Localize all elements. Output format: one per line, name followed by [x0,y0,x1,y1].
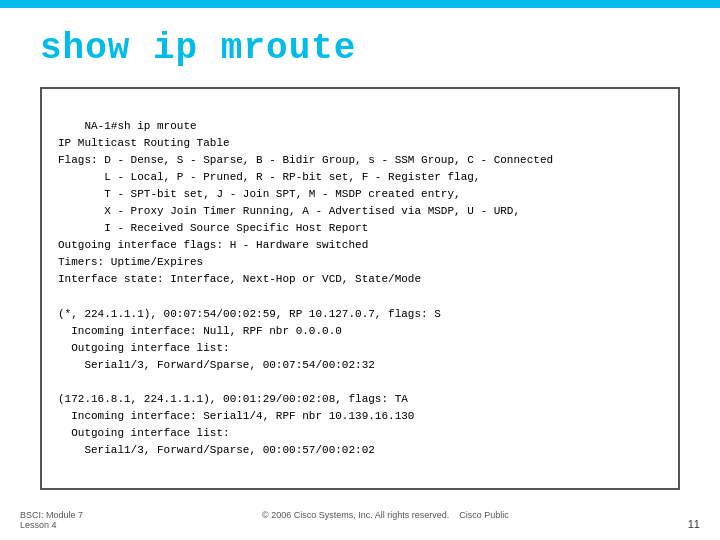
slide-title: show ip mroute [40,28,680,69]
copyright: © 2006 Cisco Systems, Inc. All rights re… [262,510,449,520]
terminal-content: NA-1#sh ip mroute IP Multicast Routing T… [58,120,553,456]
terminal-box: NA-1#sh ip mroute IP Multicast Routing T… [40,87,680,490]
footer-center: © 2006 Cisco Systems, Inc. All rights re… [262,510,509,530]
footer-left: BSCI: Module 7 Lesson 4 [20,510,83,530]
course-line2: Lesson 4 [20,520,83,530]
classification: Cisco Public [459,510,509,520]
page-number: 11 [688,518,700,530]
footer-right: 11 [688,510,700,530]
footer: BSCI: Module 7 Lesson 4 © 2006 Cisco Sys… [0,510,720,530]
top-bar [0,0,720,8]
page-content: show ip mroute NA-1#sh ip mroute IP Mult… [0,8,720,500]
course-line1: BSCI: Module 7 [20,510,83,520]
